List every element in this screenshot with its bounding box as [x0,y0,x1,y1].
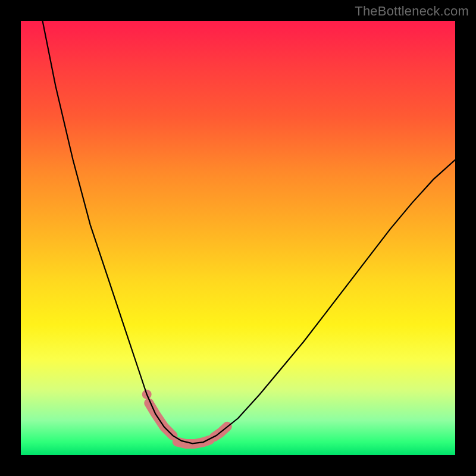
plot-area [21,21,455,455]
watermark-text: TheBottleneck.com [355,4,469,19]
highlight-group [142,390,227,444]
chart-svg [21,21,455,455]
curve-line [43,21,456,443]
chart-frame: TheBottleneck.com [0,0,476,476]
